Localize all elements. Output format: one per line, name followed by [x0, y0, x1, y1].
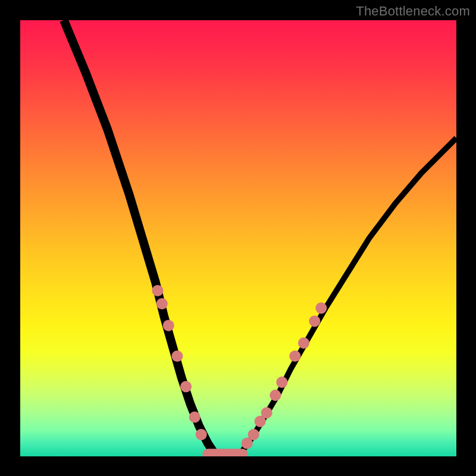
data-marker [298, 337, 309, 349]
data-marker [171, 350, 183, 362]
plot-area [20, 20, 456, 456]
left-curve [64, 20, 217, 456]
markers-right [242, 302, 327, 449]
data-marker [163, 320, 174, 331]
data-marker [180, 381, 192, 392]
data-marker [289, 350, 300, 362]
data-marker [248, 429, 259, 440]
data-marker [196, 429, 207, 440]
data-marker [315, 302, 327, 314]
right-curve [239, 138, 457, 456]
data-marker [309, 315, 320, 327]
data-marker [276, 377, 287, 388]
data-marker [152, 285, 163, 296]
data-marker [261, 407, 273, 418]
chart-svg [20, 20, 456, 456]
data-marker [156, 298, 168, 309]
outer-frame: TheBottleneck.com [0, 0, 476, 476]
data-marker [189, 412, 201, 423]
data-marker [270, 390, 281, 401]
watermark-text: TheBottleneck.com [356, 4, 470, 19]
